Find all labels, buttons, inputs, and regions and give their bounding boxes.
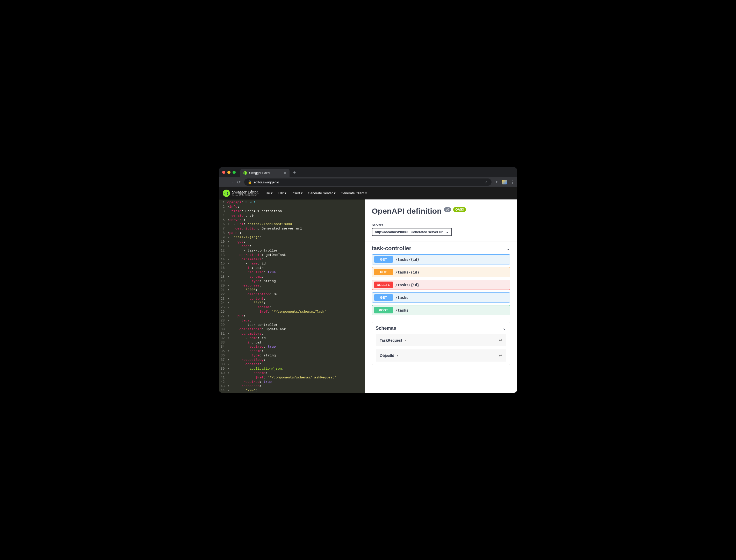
code-line[interactable]: ▾ responses:	[227, 284, 337, 288]
code-line[interactable]: ▾ - name: id	[227, 262, 337, 266]
code-line[interactable]: openapi: 3.0.1	[227, 200, 337, 205]
code-line[interactable]: ▾ application/json:	[227, 367, 337, 371]
servers-select[interactable]: http://localhost:8080 - Generated server…	[372, 228, 452, 236]
code-line[interactable]: ▾ content:	[227, 297, 337, 301]
line-number: 13	[221, 253, 225, 257]
code-line[interactable]: type: string	[227, 279, 337, 284]
new-tab-button[interactable]: ＋	[292, 169, 297, 175]
code-line[interactable]: ▾ - url: 'http://localhost:8080'	[227, 222, 337, 227]
code-line[interactable]: ▾ tags:	[227, 244, 337, 249]
line-number: 8	[221, 231, 225, 235]
code-line[interactable]: ▾ schema:	[227, 371, 337, 376]
code-line[interactable]: in: path	[227, 266, 337, 270]
menu-generate-server[interactable]: Generate Server ▾	[308, 191, 336, 195]
servers-label: Servers	[372, 223, 510, 227]
code-line[interactable]: ▾ requestBody:	[227, 358, 337, 362]
menu-generate-client[interactable]: Generate Client ▾	[341, 191, 367, 195]
traffic-lights	[222, 171, 236, 174]
line-number: 12	[221, 249, 225, 253]
back-button[interactable]: ←	[222, 180, 226, 185]
code-line[interactable]: ▾ schema:	[227, 305, 337, 310]
code-line[interactable]: required: true	[227, 345, 337, 349]
code-line[interactable]: operationId: getOneTask	[227, 253, 337, 257]
line-number: 38	[221, 362, 225, 367]
code-line[interactable]: ▾servers:	[227, 218, 337, 222]
tab-close-icon[interactable]: ✕	[283, 171, 287, 175]
code-line[interactable]: ▾ - name: id	[227, 336, 337, 341]
operation-row[interactable]: POST/tasks	[372, 305, 510, 315]
tag-header[interactable]: task-controller ⌄	[372, 241, 510, 254]
code-line[interactable]: $ref: '#/components/schemas/TaskRequest'	[227, 376, 337, 380]
menu-items: File ▾ Edit ▾ Insert ▾ Generate Server ▾…	[265, 191, 367, 195]
operations-list: GET/tasks/{id}PUT/tasks/{id}DELETE/tasks…	[372, 254, 510, 315]
reload-button[interactable]: ⟳	[237, 180, 241, 185]
code-line[interactable]: ▾ '/tasks/{id}':	[227, 235, 337, 240]
code-line[interactable]: ▾ '200':	[227, 288, 337, 292]
menu-edit[interactable]: Edit ▾	[278, 191, 287, 195]
code-line[interactable]: ▾ '200':	[227, 389, 337, 393]
line-number: 19	[221, 279, 225, 284]
operation-row[interactable]: GET/tasks	[372, 292, 510, 303]
code-line[interactable]: description: Generated server url	[227, 227, 337, 231]
code-line[interactable]: in: path	[227, 341, 337, 345]
code-line[interactable]: ▾paths:	[227, 231, 337, 235]
code-line[interactable]: ▾info:	[227, 205, 337, 209]
operation-row[interactable]: GET/tasks/{id}	[372, 254, 510, 264]
operation-row[interactable]: PUT/tasks/{id}	[372, 267, 510, 277]
line-number: 31	[221, 332, 225, 336]
url-input[interactable]: 🔒 editor.swagger.io ☆	[244, 178, 491, 186]
chevron-down-icon: ⌄	[506, 246, 510, 251]
forward-button[interactable]: →	[230, 180, 234, 185]
code-line[interactable]: - task-controller	[227, 249, 337, 253]
code-line[interactable]: description: OK	[227, 292, 337, 297]
code-line[interactable]: version: v0	[227, 214, 337, 218]
code-line[interactable]: ▾ parameters:	[227, 257, 337, 262]
code-line[interactable]: ▾ put:	[227, 314, 337, 319]
code-line[interactable]: - task-controller	[227, 323, 337, 327]
operation-path: /tasks/{id}	[395, 283, 419, 287]
menu-file[interactable]: File ▾	[265, 191, 273, 195]
code-line[interactable]: ▾ parameters:	[227, 332, 337, 336]
extension-badge-icon[interactable]	[502, 180, 507, 184]
browser-menu-icon[interactable]: ⋮	[510, 180, 514, 184]
version-badge: v0	[444, 207, 451, 212]
line-number: 20	[221, 284, 225, 288]
code-line[interactable]: required: true	[227, 380, 337, 384]
code-line[interactable]: title: OpenAPI definition	[227, 209, 337, 214]
line-number: 30	[221, 327, 225, 332]
close-window-icon[interactable]	[222, 171, 225, 174]
extensions-icon[interactable]: ✦	[495, 180, 498, 184]
menu-insert[interactable]: Insert ▾	[292, 191, 303, 195]
browser-tab[interactable]: { } Swagger Editor ✕	[240, 169, 290, 177]
code-line[interactable]: ▾ '*/*':	[227, 301, 337, 305]
code-line[interactable]: ▾ get:	[227, 240, 337, 244]
schema-row[interactable]: ObjectId ›↩	[376, 349, 506, 362]
code-line[interactable]: ▾ content:	[227, 362, 337, 367]
line-number: 43	[221, 384, 225, 389]
minimize-window-icon[interactable]	[227, 171, 231, 174]
code-line[interactable]: ▾ schema:	[227, 275, 337, 279]
copy-icon[interactable]: ↩	[499, 338, 502, 343]
schemas-header[interactable]: Schemas ⌄	[372, 322, 510, 334]
schema-row[interactable]: TaskRequest ›↩	[376, 334, 506, 346]
code-editor[interactable]: 1234567891011121314151617181920212223242…	[219, 199, 365, 393]
code-content[interactable]: openapi: 3.0.1▾info: title: OpenAPI defi…	[227, 199, 337, 393]
code-line[interactable]: ▾ tags:	[227, 319, 337, 323]
line-number: 44	[221, 389, 225, 393]
swagger-logo-icon: { }	[223, 190, 230, 197]
operation-row[interactable]: DELETE/tasks/{id}	[372, 280, 510, 290]
code-line[interactable]: ▾ schema:	[227, 349, 337, 354]
line-number: 16	[221, 266, 225, 270]
code-line[interactable]: $ref: '#/components/schemas/Task'	[227, 310, 337, 314]
copy-icon[interactable]: ↩	[499, 353, 502, 358]
code-line[interactable]: type: string	[227, 354, 337, 358]
app-menubar: { } Swagger Editor. Supported by SMARTBE…	[219, 187, 517, 199]
line-gutter: 1234567891011121314151617181920212223242…	[219, 199, 227, 393]
code-line[interactable]: operationId: updateTask	[227, 327, 337, 332]
line-number: 9	[221, 235, 225, 240]
star-icon[interactable]: ☆	[485, 180, 488, 184]
tab-bar: { } Swagger Editor ✕ ＋	[219, 167, 517, 177]
code-line[interactable]: required: true	[227, 270, 337, 275]
maximize-window-icon[interactable]	[233, 171, 236, 174]
code-line[interactable]: ▾ responses:	[227, 384, 337, 389]
